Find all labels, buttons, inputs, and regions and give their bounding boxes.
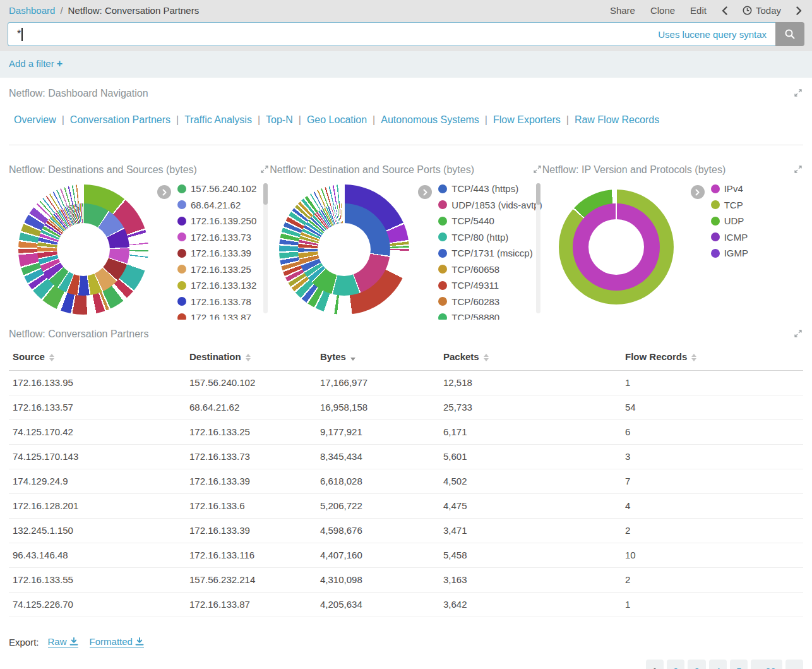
legend-color-dot	[438, 184, 447, 193]
legend-item[interactable]: TCP/49311	[438, 280, 542, 291]
legend-item[interactable]: UDP/1853 (vids-avtp)	[438, 200, 542, 210]
table-row[interactable]: 74.125.170.143 172.16.133.73 8,345,434 5…	[9, 445, 803, 469]
table-row[interactable]: 174.129.24.9 172.16.133.39 6,618,028 4,5…	[9, 469, 803, 494]
search-button[interactable]	[775, 22, 804, 46]
breadcrumb-dashboard-link[interactable]: Dashboard	[9, 5, 55, 16]
dashboard-nav-link[interactable]: Geo Location	[307, 114, 367, 125]
sort-carets-icon	[484, 354, 489, 361]
legend-scrollbar-thumb[interactable]	[263, 183, 268, 205]
page-button[interactable]: 1	[646, 660, 664, 669]
export-link[interactable]: Formatted	[90, 636, 144, 648]
column-header[interactable]: Packets	[439, 345, 621, 371]
legend-collapse-button[interactable]	[157, 185, 171, 199]
legend-collapse-button[interactable]	[418, 185, 432, 199]
legend-collapse-button[interactable]	[691, 185, 705, 199]
table-row[interactable]: 172.16.128.201 172.16.133.6 5,206,722 4,…	[9, 494, 803, 519]
dashboard-nav-link[interactable]: Raw Flow Records	[575, 114, 659, 125]
cell-source: 74.125.170.42	[9, 420, 186, 445]
sunburst-outer-ring[interactable]	[18, 184, 148, 315]
lucene-syntax-link[interactable]: Uses lucene query syntax	[658, 29, 767, 40]
export-link-label: Formatted	[90, 636, 133, 647]
table-row[interactable]: 74.125.226.70 172.16.133.87 4,205,634 3,…	[9, 593, 803, 617]
link-separator: |	[566, 114, 569, 125]
dashboard-nav-link[interactable]: Traffic Analysis	[184, 114, 252, 125]
legend-color-dot	[711, 249, 720, 258]
expand-panel-button[interactable]	[793, 328, 803, 339]
legend-item[interactable]: 172.16.133.39	[177, 248, 270, 258]
legend-item[interactable]: 157.56.240.102	[177, 183, 270, 194]
conversation-partners-panel: Netflow: Conversation Partners Source De…	[9, 328, 803, 669]
add-filter-button[interactable]: Add a filter+	[9, 58, 63, 69]
clone-button[interactable]: Clone	[650, 5, 675, 16]
table-row[interactable]: 172.16.133.55 157.56.232.214 4,310,098 3…	[9, 568, 803, 593]
legend-color-dot	[711, 184, 720, 193]
dashboard-nav-link[interactable]: Overview	[14, 114, 56, 125]
table-row[interactable]: 172.16.133.95 157.56.240.102 17,166,977 …	[9, 371, 803, 395]
cell-flow-records: 10	[621, 543, 803, 568]
legend-item[interactable]: 172.16.133.132	[177, 280, 270, 291]
legend-item[interactable]: TCP/60283	[438, 296, 542, 307]
page-button[interactable]: 5	[730, 660, 748, 669]
legend-item[interactable]: 172.16.139.250	[177, 215, 270, 226]
timepicker-button[interactable]: Today	[743, 5, 781, 16]
time-prev-button[interactable]	[722, 6, 727, 15]
legend-color-dot	[177, 184, 186, 193]
sunburst-outer-ring[interactable]	[279, 184, 409, 315]
column-header[interactable]: Flow Records	[621, 345, 803, 371]
donut-outer-ring[interactable]	[559, 190, 674, 304]
legend-item[interactable]: TCP/58880	[438, 312, 542, 320]
sunburst-inner-ring[interactable]	[37, 203, 129, 296]
donut-inner-ring[interactable]	[573, 203, 660, 291]
legend-item[interactable]: 68.64.21.62	[177, 200, 270, 210]
cell-flow-records: 1	[621, 593, 803, 617]
dashboard-nav-link[interactable]: Flow Exporters	[493, 114, 561, 125]
share-button[interactable]: Share	[610, 5, 635, 16]
legend-item[interactable]: TCP/1731 (msiccp)	[438, 248, 542, 258]
legend-item[interactable]: 172.16.133.78	[177, 296, 270, 307]
legend-item[interactable]: ICMP	[711, 232, 803, 243]
donut-chart[interactable]	[542, 182, 691, 320]
legend-item[interactable]: TCP	[711, 200, 803, 210]
column-header[interactable]: Bytes	[316, 345, 439, 371]
page-button[interactable]: 4	[709, 660, 727, 669]
table-row[interactable]: 172.16.133.57 68.64.21.62 16,958,158 25,…	[9, 395, 803, 420]
page-button[interactable]: 3	[688, 660, 705, 669]
dashboard-nav-link[interactable]: Conversation Partners	[70, 114, 170, 125]
table-row[interactable]: 74.125.170.42 172.16.133.25 9,177,921 6,…	[9, 420, 803, 445]
legend-item[interactable]: TCP/5440	[438, 215, 542, 226]
column-header[interactable]: Source	[9, 345, 186, 371]
sunburst-chart[interactable]	[9, 182, 157, 320]
sunburst-chart[interactable]	[270, 182, 418, 320]
cell-destination: 172.16.133.25	[186, 420, 316, 445]
page-button[interactable]: 2	[667, 660, 684, 669]
legend-item[interactable]: TCP/443 (https)	[438, 183, 542, 194]
legend-item[interactable]: IGMP	[711, 248, 803, 258]
legend-item[interactable]: TCP/60658	[438, 264, 542, 275]
legend-color-dot	[711, 200, 720, 209]
expand-panel-button[interactable]	[793, 88, 803, 98]
table-row[interactable]: 96.43.146.48 172.16.133.116 4,407,160 5,…	[9, 543, 803, 568]
table-row[interactable]: 132.245.1.150 172.16.133.39 4,598,676 3,…	[9, 519, 803, 543]
cell-destination: 172.16.133.39	[186, 469, 316, 494]
legend-item[interactable]: 172.16.133.73	[177, 232, 270, 243]
export-link[interactable]: Raw	[48, 636, 78, 648]
expand-panel-button[interactable]	[532, 164, 542, 174]
legend-item[interactable]: IPv4	[711, 183, 803, 194]
sunburst-inner-ring[interactable]	[298, 203, 390, 296]
legend-item[interactable]: 172.16.133.25	[177, 264, 270, 275]
page-button[interactable]: »	[785, 660, 803, 669]
legend-item[interactable]: 172.16.133.87	[177, 312, 270, 320]
expand-panel-button[interactable]	[260, 164, 270, 174]
legend-scrollbar-thumb[interactable]	[536, 183, 540, 205]
page-button[interactable]: ...66	[751, 660, 782, 669]
legend-item[interactable]: TCP/80 (http)	[438, 232, 542, 243]
dashboard-nav-link[interactable]: Autonomous Systems	[381, 114, 479, 125]
column-header[interactable]: Destination	[186, 345, 316, 371]
expand-panel-button[interactable]	[793, 164, 803, 174]
query-input[interactable]: * Uses lucene query syntax	[8, 22, 775, 46]
edit-button[interactable]: Edit	[690, 5, 707, 16]
dashboard-nav-link[interactable]: Top-N	[266, 114, 293, 125]
cell-destination: 172.16.133.73	[186, 445, 316, 469]
legend-item[interactable]: UDP	[711, 215, 803, 226]
time-next-button[interactable]	[796, 6, 802, 15]
